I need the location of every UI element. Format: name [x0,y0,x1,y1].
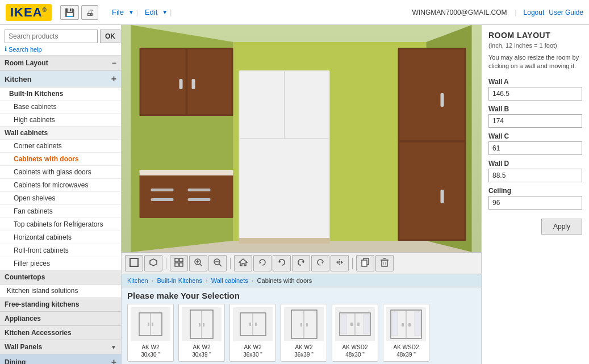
sidebar-item-horizontal-cabinets[interactable]: Horizontal cabinets [0,231,121,244]
svg-rect-73 [341,315,346,334]
sidebar-item-roll-front-cabinets[interactable]: Roll-front cabinets [0,244,121,257]
zoom-fit-button[interactable] [170,255,188,271]
svg-rect-18 [441,93,444,107]
sidebar-item-kitchen-island[interactable]: Kitchen island solutions [0,284,121,298]
print-button[interactable]: 🖨 [81,5,98,20]
svg-rect-77 [402,323,404,327]
ceiling-input[interactable] [488,196,582,210]
selection-item-label-2: AK W230x39 " [192,344,211,358]
sidebar-item-wall-panels[interactable]: Wall Panels ▼ [0,340,121,354]
undo-button[interactable] [273,255,291,271]
room-layout-toggle[interactable]: Room Layout − [0,56,121,71]
sidebar-item-wall-cabinets[interactable]: Wall cabinets [0,127,121,140]
3d-view[interactable] [122,25,481,252]
home-button[interactable] [234,255,252,271]
search-row: OK [5,30,116,43]
svg-rect-79 [392,312,398,336]
logout-link[interactable]: Logout [524,9,545,16]
ikea-logo: IKEA® [6,4,52,21]
zoom-out-button[interactable] [208,255,227,271]
selection-item-label-1: AK W230x30 " [141,344,160,358]
sidebar-item-free-standing[interactable]: Free-standing kitchens [0,298,121,312]
user-email: WINGMAN7000@GMAIL.COM [412,9,507,16]
edit-menu[interactable]: Edit [145,8,157,16]
breadcrumb-wall-cabinets[interactable]: Wall cabinets [211,277,248,284]
selection-item-label-6: AK WSD248x39 " [393,344,419,358]
info-icon: ℹ [5,45,7,53]
flip-button[interactable] [331,255,349,271]
svg-rect-5 [141,49,186,114]
svg-marker-45 [341,261,343,264]
sidebar-item-dining[interactable]: Dining + [0,354,121,364]
svg-rect-8 [192,79,195,89]
wall-a-label: Wall A [488,78,582,86]
wall-b-input[interactable] [488,114,582,128]
sidebar-item-top-cabinets-ref[interactable]: Top cabinets for Refrigerators [0,218,121,231]
selection-item-ak-w2-36x30[interactable]: AK W236x30 " [229,304,276,362]
delete-button[interactable] [375,255,394,271]
sidebar-item-corner-cabinets[interactable]: Corner cabinets [0,140,121,153]
svg-rect-80 [415,312,420,336]
perspective-view-button[interactable] [144,255,162,271]
breadcrumb-built-in[interactable]: Built-In Kitchens [157,277,202,284]
wall-a-group: Wall A [488,78,582,101]
sidebar-item-cabinets-with-doors[interactable]: Cabinets with doors [0,153,121,166]
selection-item-ak-w2-36x39[interactable]: AK W236x39 " [281,304,327,362]
sidebar-item-kitchen-accessories[interactable]: Kitchen Accessories [0,326,121,340]
svg-marker-39 [260,262,261,264]
svg-marker-26 [150,259,157,266]
zoom-in-button[interactable] [189,255,207,271]
rotate-ccw-button[interactable] [311,255,329,271]
sidebar-item-open-shelves[interactable]: Open shelves [0,192,121,205]
svg-rect-74 [364,315,369,334]
wall-b-group: Wall B [488,105,582,128]
toolbar-separator-3 [352,258,353,269]
apply-button[interactable]: Apply [541,219,582,235]
search-button[interactable]: OK [100,30,120,43]
copy-button[interactable] [356,255,374,271]
svg-rect-17 [400,143,465,239]
sidebar-item-high-cabinets[interactable]: High cabinets [0,114,121,127]
ceiling-group: Ceiling [488,187,582,210]
sidebar-item-built-in-kitchens[interactable]: Built-In Kitchens [0,87,121,101]
wall-a-input[interactable] [488,87,582,101]
svg-rect-64 [255,323,257,326]
kitchen-toggle[interactable]: Kitchen + [0,71,121,87]
room-layout-subtitle: (inch, 12 inches = 1 foot) [488,42,582,49]
wall-d-input[interactable] [488,169,582,182]
svg-rect-72 [357,323,360,326]
center-panel: Kitchen › Built-In Kitchens › Wall cabin… [122,25,481,364]
selection-item-ak-w2-30x39[interactable]: AK W230x39 " [178,304,225,362]
save-button[interactable]: 💾 [60,5,79,20]
selection-item-img-6 [386,307,426,341]
sidebar-item-appliances[interactable]: Appliances [0,312,121,326]
wall-b-label: Wall B [488,105,582,113]
room-layout-description: You may also resize the room by clicking… [488,53,582,71]
sidebar-item-filler-pieces[interactable]: Filler pieces [0,257,121,270]
breadcrumb-kitchen[interactable]: Kitchen [127,277,148,284]
sidebar: OK ℹ Search help Room Layout − Kitchen +… [0,25,122,364]
sidebar-item-cabinets-microwaves[interactable]: Cabinets for microwaves [0,179,121,192]
breadcrumb-current: Cabinets with doors [257,277,312,284]
selection-item-ak-w2-30x30[interactable]: AK W230x30 " [127,304,174,362]
selection-item-ak-wsd2-48x30[interactable]: AK WSD248x30 " [332,304,378,362]
user-guide-link[interactable]: User Guide [549,9,583,16]
file-menu[interactable]: File [112,8,124,16]
right-panel: ROOM LAYOUT (inch, 12 inches = 1 foot) Y… [481,25,589,364]
search-help-link[interactable]: ℹ Search help [5,45,116,53]
redo-button[interactable] [292,255,310,271]
wall-c-input[interactable] [488,141,582,155]
square-view-button[interactable] [125,255,143,271]
sidebar-item-countertops[interactable]: Countertops [0,270,121,284]
selection-item-label-5: AK WSD248x30 " [342,344,367,358]
svg-rect-47 [362,260,367,266]
rotate-cw-button[interactable] [253,255,271,271]
sidebar-item-cabinets-glass-doors[interactable]: Cabinets with glass doors [0,166,121,179]
search-input[interactable] [5,30,98,43]
sidebar-item-base-cabinets[interactable]: Base cabinets [0,101,121,114]
kitchen-label: Kitchen [5,75,32,83]
selection-item-img-3 [233,307,273,341]
selection-item-ak-wsd2-48x39[interactable]: AK WSD248x39 " [383,304,429,362]
sidebar-item-fan-cabinets[interactable]: Fan cabinets [0,205,121,218]
selection-area: Please make Your Selection AK W230x30 " … [122,287,481,364]
